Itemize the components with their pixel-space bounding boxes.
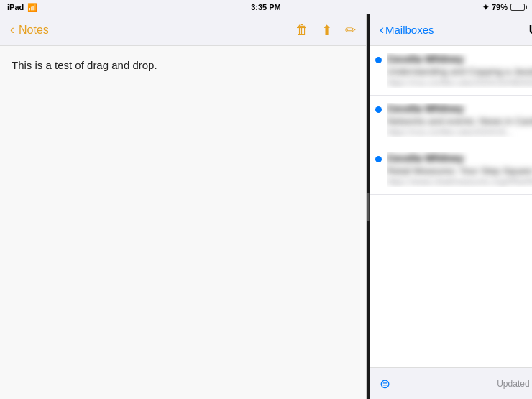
unread-dot [375,156,382,162]
divider-handle [367,193,370,221]
status-right: ✦ 79% [482,3,525,12]
mail-item-content: Cecelia Whitney 1/15/15 Retail Measures:… [387,152,532,187]
mail-item-content: Cecelia Whitney 1/15/15 Networks and eve… [387,103,532,137]
battery-icon [510,4,525,11]
status-left: iPad 📶 [7,3,37,12]
notes-toolbar-icons: 🗑 ⬆ ✏ [295,22,356,38]
mail-item[interactable]: Cecelia Whitney 1/15/15 Retail Measures:… [370,145,532,195]
mail-toolbar: ‹ Mailboxes Unread Edit [370,14,532,46]
bluetooth-icon: ✦ [482,3,489,12]
unread-dot [375,106,382,113]
mail-title: Unread [529,23,532,37]
mail-subject: Retail Measures: Your Step Square T... [387,165,532,176]
mail-item[interactable]: Cecelia Whitney 1/15/15 Understanding an… [370,46,532,96]
mail-footer: ⊜ Updated Just Now ✏ [370,367,532,399]
mail-item-content: Cecelia Whitney 1/15/15 Understanding an… [387,53,532,88]
status-bar: iPad 📶 3:35 PM ✦ 79% [0,0,532,14]
battery-percent: 79% [492,3,508,12]
mail-preview: https://www.retailmeasures.org/l/Ret/Ret… [387,177,532,187]
status-time: 3:35 PM [251,3,281,12]
unread-dot [375,57,382,63]
mail-item-header: Cecelia Whitney 1/15/15 [387,152,532,164]
mail-list: Cecelia Whitney 1/15/15 Understanding an… [370,46,532,367]
compose-icon[interactable]: ✏ [345,22,356,38]
ipad-label: iPad [7,3,24,12]
mail-preview: https://css.conflex.edu/2024/16A6E826A64… [387,78,532,88]
mail-preview: https://css.conflex.edu/2024/16... [387,127,532,137]
wifi-icon: 📶 [27,3,37,12]
mail-footer-wrapper: ⊜ Updated Just Now ✏ [380,376,532,392]
mailboxes-label: Mailboxes [385,24,434,36]
mail-sender: Cecelia Whitney [387,103,464,114]
mail-sender: Cecelia Whitney [387,53,464,65]
mail-subject: Networks and events: News in Cardina... [387,116,532,127]
mail-item-header: Cecelia Whitney 1/15/15 [387,53,532,65]
chevron-left-icon: ‹ [10,22,14,37]
mail-update-status: Updated Just Now [390,379,532,389]
filter-icon[interactable]: ⊜ [380,376,390,392]
delete-icon[interactable]: 🗑 [295,22,308,37]
mail-item-header: Cecelia Whitney 1/15/15 [387,103,532,114]
share-icon[interactable]: ⬆ [321,22,332,38]
mail-item[interactable]: Cecelia Whitney 1/15/15 Networks and eve… [370,96,532,145]
notes-back-button[interactable]: ‹ Notes [10,22,49,37]
app-area: ‹ Notes 🗑 ⬆ ✏ This is a test of drag and… [0,14,532,399]
mailboxes-back-button[interactable]: ‹ Mailboxes [380,22,434,37]
chevron-left-icon: ‹ [380,22,384,37]
notes-content[interactable]: This is a test of drag and drop. [0,46,366,399]
notes-panel: ‹ Notes 🗑 ⬆ ✏ This is a test of drag and… [0,14,367,399]
notes-back-label: Notes [19,24,49,37]
mail-subject: Understanding and Copying a JavaScript..… [387,66,532,77]
note-text: This is a test of drag and drop. [12,59,157,71]
mail-panel: ‹ Mailboxes Unread Edit Cecelia Whitney … [370,14,532,399]
mail-sender: Cecelia Whitney [387,152,464,164]
notes-toolbar: ‹ Notes 🗑 ⬆ ✏ [0,14,366,46]
